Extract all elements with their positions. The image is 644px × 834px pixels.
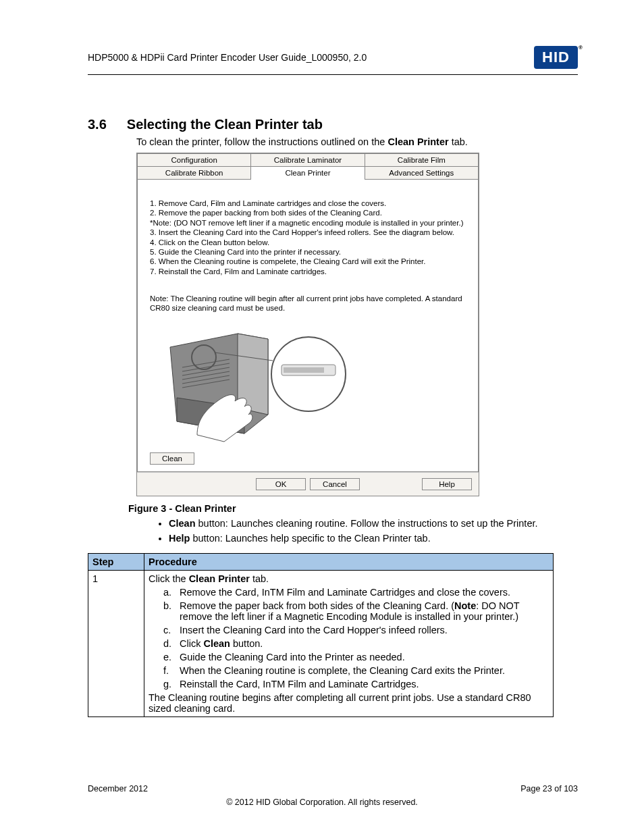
tab-calibrate-laminator[interactable]: Calibrate Laminator	[251, 153, 365, 167]
clean-button[interactable]: Clean	[150, 452, 194, 465]
footer-copyright: © 2012 HID Global Corporation. All right…	[0, 798, 644, 807]
col-step: Step	[88, 554, 144, 571]
tab-advanced-settings[interactable]: Advanced Settings	[365, 167, 479, 180]
tab-clean-printer[interactable]: Clean Printer	[251, 167, 365, 180]
hid-logo: HID®	[534, 46, 578, 69]
footer-date: December 2012	[88, 784, 148, 793]
dialog-clean-printer: Configuration Calibrate Laminator Calibr…	[136, 153, 479, 496]
tab-calibrate-ribbon[interactable]: Calibrate Ribbon	[137, 167, 251, 180]
header-rule	[88, 74, 578, 75]
doc-header: HDP5000 & HDPii Card Printer Encoder Use…	[88, 52, 367, 63]
cancel-button[interactable]: Cancel	[310, 478, 360, 490]
procedure-table: Step Procedure 1 Click the Clean Printer…	[88, 553, 554, 717]
printer-diagram	[150, 320, 366, 448]
section-number: 3.6	[88, 117, 107, 132]
figure-caption: Figure 3 - Clean Printer	[128, 503, 578, 514]
help-button[interactable]: Help	[422, 478, 472, 490]
col-procedure: Procedure	[144, 554, 554, 571]
bullet-list: Clean button: Launches cleaning routine.…	[142, 518, 578, 544]
tab-calibrate-film[interactable]: Calibrate Film	[365, 153, 479, 167]
dialog-note: Note: The Cleaning routine will begin af…	[150, 294, 470, 313]
svg-rect-8	[284, 367, 324, 373]
section-intro: To clean the printer, follow the instruc…	[136, 136, 578, 147]
footer-page: Page 23 of 103	[520, 784, 578, 793]
dialog-instructions: 1. Remove Card, Film and Laminate cartri…	[150, 199, 470, 276]
ok-button[interactable]: OK	[256, 478, 306, 490]
tab-configuration[interactable]: Configuration	[137, 153, 251, 167]
table-row: 1 Click the Clean Printer tab. a.Remove …	[88, 571, 554, 717]
section-title: Selecting the Clean Printer tab	[127, 117, 323, 132]
